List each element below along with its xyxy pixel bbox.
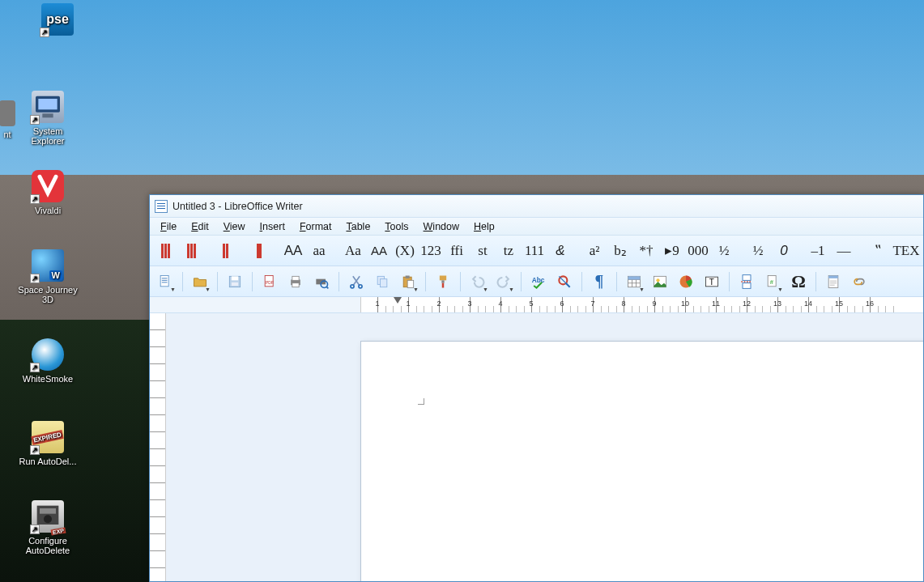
desktop-icon-run-autodelete[interactable]: EXPIRED ↗ Run AutoDel... — [16, 421, 79, 466]
open-button[interactable]: ▼ — [188, 270, 212, 294]
fraction-half-button[interactable]: ½ — [712, 239, 736, 263]
svg-text:T: T — [709, 278, 714, 287]
clone-formatting-button[interactable] — [431, 270, 455, 294]
shortcut-arrow-icon: ↗ — [40, 28, 49, 37]
print-button[interactable] — [283, 270, 308, 294]
menu-view[interactable]: View — [216, 219, 253, 234]
new-button[interactable]: ▼ — [153, 270, 177, 294]
hash-button[interactable]: # — [922, 239, 923, 263]
formatting-marks-button[interactable]: ¶ — [587, 270, 611, 294]
smallcaps-button[interactable]: AA — [367, 239, 391, 263]
print-preview-button[interactable] — [309, 270, 334, 294]
ligature-st-button[interactable]: st — [471, 239, 495, 263]
svg-rect-22 — [406, 275, 410, 278]
arrow-nine-button[interactable]: ▸9 — [660, 239, 684, 263]
desktop-icon-system-explorer[interactable]: ↗ System Explorer — [16, 91, 79, 146]
menu-help[interactable]: Help — [466, 219, 502, 234]
document-page[interactable] — [360, 341, 923, 581]
titlecase-button[interactable]: Aa — [341, 239, 365, 263]
unknown-icon — [0, 100, 15, 126]
ruler-number: 15 — [835, 299, 843, 308]
page-break-button[interactable] — [735, 270, 759, 294]
desktop-icon-configure-autodelete[interactable]: EXP ↗ Configure AutoDelete — [16, 500, 79, 555]
standard-toolbar: ▼ ▼ PDF ▼ — [150, 266, 923, 297]
dropdown-arrow-icon: ▼ — [413, 287, 419, 292]
shortcut-arrow-icon: ↗ — [30, 363, 40, 372]
copy-button[interactable] — [370, 270, 394, 294]
desktop-icon-space-journey[interactable]: W ↗ Space Journey 3D — [16, 249, 79, 304]
slashed-zero-button[interactable]: 0 — [772, 239, 796, 263]
svg-rect-9 — [232, 282, 238, 285]
desktop-icon-vivaldi[interactable]: ↗ Vivaldi — [16, 170, 79, 215]
paste-button[interactable]: ▼ — [396, 270, 420, 294]
subscript-button[interactable]: b₂ — [608, 239, 632, 263]
minus-one-button[interactable]: –1 — [806, 239, 830, 263]
titlebar[interactable]: Untitled 3 - LibreOffice Writer — [150, 195, 923, 218]
dropdown-arrow-icon: ▼ — [483, 287, 488, 292]
desktop-icon-pse[interactable]: pse↗ — [26, 3, 89, 39]
indent-marker-icon[interactable] — [394, 297, 402, 304]
insert-chart-button[interactable] — [674, 270, 698, 294]
oldstyle-digits-button[interactable]: 111 — [522, 239, 547, 263]
horizontal-ruler[interactable]: 112345678910111213141516 — [360, 297, 923, 312]
menu-edit[interactable]: Edit — [184, 219, 216, 234]
ruler-number: 9 — [652, 299, 656, 308]
desktop-icon-whitesmoke[interactable]: ↗ WhiteSmoke — [16, 338, 79, 384]
run-autodelete-icon: EXPIRED ↗ — [32, 421, 64, 453]
insert-header-button[interactable] — [821, 270, 845, 294]
dropdown-arrow-icon: ▼ — [639, 287, 645, 292]
workspace — [150, 313, 923, 581]
svg-rect-2 — [42, 113, 53, 117]
svg-text:Abc: Abc — [532, 275, 545, 283]
ruler-number: 11 — [712, 299, 720, 308]
insert-textbox-button[interactable]: T — [700, 270, 724, 294]
hyperlink-button[interactable] — [847, 270, 871, 294]
menu-tools[interactable]: Tools — [377, 219, 415, 234]
ruler-number: 1 — [375, 299, 379, 308]
columns-single-button[interactable] — [247, 239, 271, 263]
redo-button[interactable]: ▼ — [492, 270, 516, 294]
insert-image-button[interactable] — [648, 270, 672, 294]
superscript-button[interactable]: a² — [582, 239, 607, 263]
window-title: Untitled 3 - LibreOffice Writer — [172, 201, 303, 212]
quotes-button[interactable]: ‟ — [866, 239, 890, 263]
columns-red-2-button[interactable] — [179, 239, 203, 263]
spellcheck-button[interactable]: Abc — [526, 270, 551, 294]
uppercase-button[interactable]: AA — [281, 239, 305, 263]
menu-format[interactable]: Format — [292, 219, 339, 234]
columns-red-3-button[interactable] — [213, 239, 237, 263]
insert-table-button[interactable]: ▼ — [622, 270, 646, 294]
save-button[interactable] — [223, 270, 247, 294]
insert-field-button[interactable]: #▼ — [760, 270, 785, 294]
export-pdf-button[interactable]: PDF — [258, 270, 282, 294]
ruler-number: 7 — [590, 299, 594, 308]
autospellcheck-button[interactable] — [552, 270, 577, 294]
ampersand-button[interactable]: & — [548, 239, 573, 263]
cut-button[interactable] — [344, 270, 368, 294]
typography-toolbar: AA aa Aa AA (X) 123 ffi st tz 111 & a² b… — [150, 236, 923, 266]
ruler-number: 14 — [804, 299, 812, 308]
menu-insert[interactable]: Insert — [253, 219, 292, 234]
lining-digits-button[interactable]: 123 — [419, 239, 443, 263]
emdash-button[interactable]: — — [832, 239, 856, 263]
lowercase-button[interactable]: aa — [307, 239, 331, 263]
ligature-tz-button[interactable]: tz — [496, 239, 521, 263]
columns-red-1-button[interactable] — [153, 239, 177, 263]
bracketcase-button[interactable]: (X) — [393, 239, 417, 263]
fraction-half-alt-button[interactable]: ½ — [746, 239, 770, 263]
space-journey-icon: W ↗ — [32, 249, 64, 282]
tex-button[interactable]: TEX — [892, 239, 921, 263]
vertical-ruler[interactable] — [150, 313, 166, 581]
libreoffice-writer-window: Untitled 3 - LibreOffice Writer File Edi… — [149, 194, 924, 582]
tabular-digits-button[interactable]: 000 — [686, 239, 710, 263]
undo-button[interactable]: ▼ — [466, 270, 490, 294]
ruler-number: 13 — [773, 299, 781, 308]
dagger-button[interactable]: *† — [634, 239, 658, 263]
page-area[interactable] — [166, 313, 923, 581]
menu-file[interactable]: File — [153, 219, 184, 234]
menu-table[interactable]: Table — [339, 219, 377, 234]
special-char-button[interactable]: Ω — [786, 270, 811, 294]
system-explorer-icon: ↗ — [32, 91, 64, 123]
menu-window[interactable]: Window — [416, 219, 466, 234]
ligature-ffi-button[interactable]: ffi — [445, 239, 469, 263]
